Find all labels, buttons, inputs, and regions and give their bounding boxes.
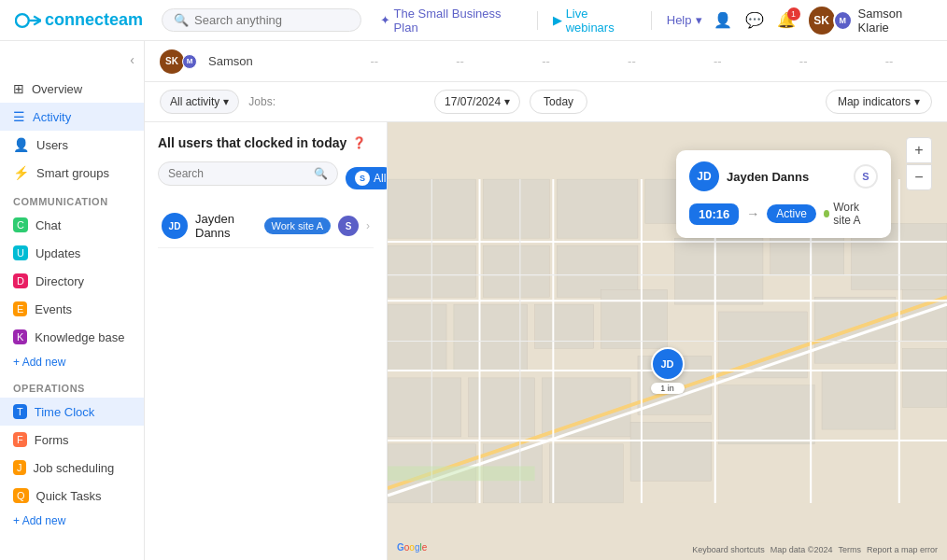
logo-text: connecteam bbox=[45, 10, 143, 30]
dot-green-icon bbox=[824, 210, 829, 217]
s-icon-in-all: S bbox=[355, 171, 370, 186]
popup-s-icon: S bbox=[854, 164, 878, 189]
help-link[interactable]: Help ▾ bbox=[667, 13, 702, 27]
popup-header: JD Jayden Danns S bbox=[689, 161, 878, 191]
svg-rect-29 bbox=[630, 422, 712, 481]
panel-search[interactable]: 🔍 bbox=[158, 161, 338, 186]
updates-icon: U bbox=[13, 245, 28, 260]
map-user-pin: JD 1 in bbox=[651, 347, 685, 394]
map-indicators-button[interactable]: Map indicators ▾ bbox=[826, 90, 932, 114]
svg-rect-49 bbox=[388, 466, 535, 481]
topbar-right: 👤 💬 🔔 1 SK M Samson Klarie bbox=[714, 7, 932, 35]
collapse-button[interactable]: ‹ bbox=[130, 52, 134, 67]
svg-rect-7 bbox=[557, 179, 638, 238]
logo: connecteam bbox=[15, 10, 143, 30]
sidebar-item-overview[interactable]: ⊞ Overview bbox=[0, 75, 144, 103]
sidebar-item-quick-tasks[interactable]: Q Quick Tasks bbox=[0, 482, 144, 510]
s-badge-icon: S bbox=[338, 216, 359, 236]
bell-icon[interactable]: 🔔 1 bbox=[777, 11, 796, 29]
date-filter-button[interactable]: 17/07/2024 ▾ bbox=[434, 90, 520, 114]
arrow-icon: → bbox=[746, 206, 759, 221]
sidebar-item-smart-groups[interactable]: ⚡ Smart groups bbox=[0, 159, 144, 187]
chat-icon[interactable]: 💬 bbox=[745, 11, 764, 29]
sidebar-item-job-scheduling[interactable]: J Job scheduling bbox=[0, 454, 144, 482]
add-new-comm-button[interactable]: + Add new bbox=[0, 351, 144, 373]
google-logo: Google bbox=[397, 542, 427, 553]
dash-6: -- bbox=[760, 54, 846, 68]
keyboard-shortcuts-label[interactable]: Keyboard shortcuts bbox=[692, 545, 765, 554]
forms-icon: F bbox=[13, 432, 27, 447]
user-avatar: SK bbox=[809, 7, 835, 35]
panel-title: All users that clocked in today ❓ bbox=[158, 135, 374, 150]
user-name-label: Samson Klarie bbox=[858, 7, 932, 35]
svg-rect-30 bbox=[719, 385, 814, 444]
search-bar[interactable]: 🔍 bbox=[162, 8, 361, 32]
svg-rect-20 bbox=[469, 378, 535, 437]
list-item-jayden[interactable]: JD Jayden Danns Work site A S › bbox=[158, 204, 374, 248]
terms-label[interactable]: Terms bbox=[838, 545, 861, 554]
popup-time: 10:16 bbox=[689, 203, 739, 225]
svg-rect-13 bbox=[454, 304, 528, 371]
map-controls: + − bbox=[906, 137, 932, 190]
sidebar-item-directory[interactable]: D Directory bbox=[0, 267, 144, 295]
dash-4: -- bbox=[588, 54, 674, 68]
directory-icon: D bbox=[13, 273, 28, 288]
all-filter-button[interactable]: S All bbox=[346, 167, 388, 189]
popup-avatar: JD bbox=[689, 161, 719, 191]
map-data-label: Map data ©2024 bbox=[770, 545, 833, 554]
sidebar-item-updates[interactable]: U Updates bbox=[0, 239, 144, 267]
sidebar-collapse: ‹ bbox=[0, 49, 144, 75]
chevron-right-icon: › bbox=[366, 219, 370, 232]
zoom-in-button[interactable]: + bbox=[906, 137, 932, 163]
jobs-input[interactable] bbox=[285, 95, 425, 108]
search-input[interactable] bbox=[194, 13, 344, 27]
map-popup: JD Jayden Danns S 10:16 → Active Work si… bbox=[676, 150, 891, 238]
popup-details-row: 10:16 → Active Work site A bbox=[689, 201, 878, 227]
all-activity-filter[interactable]: All activity ▾ bbox=[160, 90, 239, 114]
sidebar-item-activity[interactable]: ☰ Activity bbox=[0, 103, 144, 131]
sidebar-item-chat[interactable]: C Chat bbox=[0, 211, 144, 239]
add-new-ops-button[interactable]: + Add new bbox=[0, 510, 144, 532]
chevron-activity-icon: ▾ bbox=[223, 95, 229, 108]
jayden-name: Jayden Danns bbox=[195, 212, 257, 240]
sidebar-item-knowledge-base[interactable]: K Knowledge base bbox=[0, 323, 144, 351]
dash-2: -- bbox=[417, 54, 503, 68]
content-area: SK M Samson -- -- -- -- -- -- -- All act… bbox=[145, 41, 947, 560]
webinar-link[interactable]: ▶ Live webinars bbox=[553, 7, 636, 35]
map-container: JD Jayden Danns S 10:16 → Active Work si… bbox=[388, 122, 947, 560]
chevron-down-icon: ▾ bbox=[696, 13, 702, 27]
people-icon[interactable]: 👤 bbox=[714, 11, 732, 29]
popup-username: Jayden Danns bbox=[727, 170, 846, 184]
popup-worksite: Work site A bbox=[824, 201, 878, 227]
svg-rect-19 bbox=[388, 378, 461, 437]
samson-avatar-badge: M bbox=[182, 54, 197, 69]
svg-rect-14 bbox=[535, 304, 594, 348]
divider2 bbox=[651, 11, 652, 30]
sidebar-item-events[interactable]: E Events bbox=[0, 295, 144, 323]
svg-rect-28 bbox=[549, 444, 623, 503]
sidebar-item-time-clock[interactable]: T Time Clock bbox=[0, 398, 144, 426]
events-icon: E bbox=[13, 301, 27, 316]
chevron-map-icon: ▾ bbox=[914, 95, 920, 108]
map-section: All users that clocked in today ❓ 🔍 S Al… bbox=[145, 122, 947, 560]
report-label[interactable]: Report a map error bbox=[867, 545, 938, 554]
user-icon: 👤 bbox=[13, 137, 29, 152]
panel-search-input[interactable] bbox=[168, 167, 308, 180]
svg-rect-31 bbox=[822, 371, 896, 429]
map-footer: Keyboard shortcuts Map data ©2024 Terms … bbox=[692, 545, 938, 554]
sidebar-item-forms[interactable]: F Forms bbox=[0, 426, 144, 454]
user-profile[interactable]: SK M Samson Klarie bbox=[809, 7, 932, 35]
sparkle-icon: ✦ bbox=[380, 13, 390, 27]
main-layout: ‹ ⊞ Overview ☰ Activity 👤 Users ⚡ Smart … bbox=[0, 41, 947, 560]
sidebar-item-users[interactable]: 👤 Users bbox=[0, 131, 144, 159]
chevron-date-icon: ▾ bbox=[504, 95, 510, 108]
today-button[interactable]: Today bbox=[530, 90, 587, 114]
zoom-out-button[interactable]: − bbox=[906, 164, 932, 190]
play-icon: ▶ bbox=[553, 13, 562, 27]
samson-avatar: SK bbox=[160, 49, 184, 74]
pin-label: 1 in bbox=[651, 383, 685, 394]
smart-groups-icon: ⚡ bbox=[13, 165, 29, 180]
plan-link[interactable]: ✦ The Small Business Plan bbox=[380, 7, 522, 35]
notification-badge: 1 bbox=[787, 7, 800, 21]
dash-3: -- bbox=[503, 54, 589, 68]
